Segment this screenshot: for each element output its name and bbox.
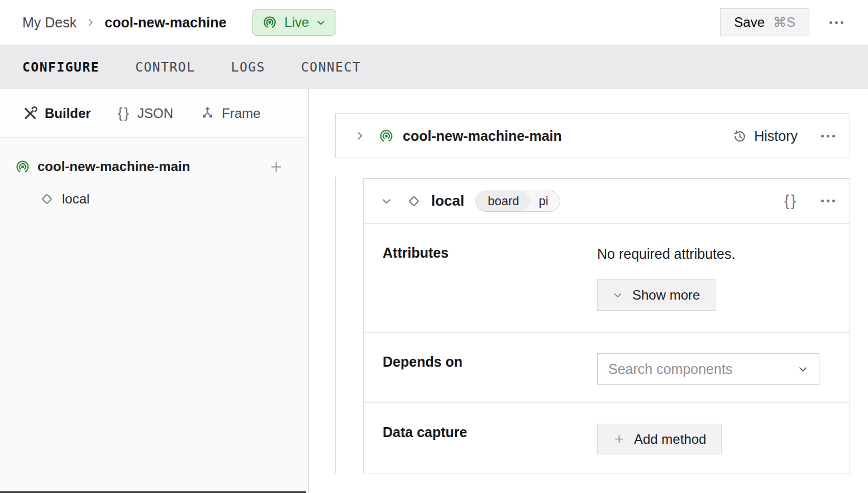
braces-icon: {} — [118, 105, 131, 122]
chevron-down-icon — [613, 290, 623, 300]
tree-item-part[interactable]: cool-new-machine-main — [0, 150, 308, 183]
component-card-local: local board pi {} Attributes No required… — [363, 178, 850, 473]
history-icon — [732, 129, 747, 144]
view-tab-builder-label: Builder — [45, 106, 91, 121]
view-tab-builder[interactable]: Builder — [22, 106, 91, 121]
component-menu-icon[interactable] — [821, 200, 835, 202]
expand-part-chevron-right-icon[interactable] — [354, 130, 365, 141]
attributes-section: Attributes No required attributes. Show … — [364, 224, 850, 332]
view-tab-frame[interactable]: Frame — [200, 106, 260, 121]
show-more-button[interactable]: Show more — [597, 279, 716, 311]
view-tab-json[interactable]: {} JSON — [118, 105, 173, 122]
top-header: My Desk cool-new-machine Live Save ⌘S — [0, 0, 868, 45]
data-capture-label: Data capture — [383, 403, 597, 473]
component-card-header: local board pi {} — [364, 179, 850, 224]
attributes-empty-text: No required attributes. — [597, 246, 850, 262]
header-overflow-menu-icon[interactable] — [829, 21, 843, 24]
breadcrumb: My Desk cool-new-machine — [22, 15, 226, 31]
breadcrumb-current: cool-new-machine — [104, 15, 226, 31]
add-component-icon[interactable] — [269, 159, 284, 174]
tab-logs[interactable]: LOGS — [231, 60, 265, 74]
tree-item-local[interactable]: local — [0, 183, 308, 215]
machine-status-label: Live — [284, 15, 309, 30]
view-tab-frame-label: Frame — [222, 106, 260, 121]
chevron-down-icon — [798, 364, 808, 375]
diamond-icon — [39, 191, 55, 207]
component-name: local — [431, 192, 464, 210]
depends-on-placeholder: Search components — [608, 361, 732, 377]
component-tree: cool-new-machine-main local — [0, 138, 308, 215]
broadcast-icon — [15, 159, 30, 174]
depends-on-label: Depends on — [383, 333, 597, 402]
depends-on-select[interactable]: Search components — [597, 353, 819, 385]
tree-connector-line — [335, 177, 336, 473]
part-card-menu-icon[interactable] — [821, 135, 835, 138]
tab-connect[interactable]: CONNECT — [301, 60, 361, 74]
show-more-label: Show more — [632, 287, 700, 303]
tab-control[interactable]: CONTROL — [135, 60, 195, 74]
data-capture-section: Data capture Add method — [364, 402, 850, 473]
tree-item-local-label: local — [62, 191, 89, 207]
history-button[interactable]: History — [732, 128, 798, 144]
page-body: Builder {} JSON Frame — [0, 89, 868, 493]
machine-nav-tabs: CONFIGURE CONTROL LOGS CONNECT — [0, 45, 868, 89]
component-model: pi — [532, 191, 560, 211]
config-main: cool-new-machine-main History — [309, 89, 868, 493]
tools-icon — [22, 106, 38, 121]
edit-json-icon[interactable]: {} — [784, 192, 798, 210]
depends-on-section: Depends on Search components — [364, 332, 850, 402]
save-button[interactable]: Save ⌘S — [720, 8, 809, 36]
app-window: My Desk cool-new-machine Live Save ⌘S — [0, 0, 868, 493]
tab-configure[interactable]: CONFIGURE — [22, 60, 99, 74]
chevron-down-icon — [316, 18, 326, 27]
chevron-right-icon — [85, 17, 96, 27]
component-type-model-badge: board pi — [475, 191, 560, 212]
config-sidebar: Builder {} JSON Frame — [0, 89, 309, 493]
collapse-chevron-down-icon[interactable] — [381, 196, 392, 207]
config-view-tabs: Builder {} JSON Frame — [0, 89, 308, 138]
tree-item-part-label: cool-new-machine-main — [37, 159, 190, 174]
save-button-label: Save — [734, 15, 765, 30]
attributes-label: Attributes — [383, 224, 597, 332]
plus-icon — [613, 433, 626, 445]
breadcrumb-parent[interactable]: My Desk — [22, 15, 77, 31]
machine-status-dropdown[interactable]: Live — [252, 9, 336, 36]
part-card-title: cool-new-machine-main — [403, 128, 562, 144]
save-shortcut-hint: ⌘S — [773, 15, 795, 30]
axes-icon — [200, 106, 215, 121]
add-method-label: Add method — [634, 432, 706, 447]
diamond-icon — [406, 193, 422, 209]
history-label: History — [754, 128, 798, 144]
broadcast-icon — [263, 15, 277, 30]
add-method-button[interactable]: Add method — [597, 424, 722, 454]
part-card: cool-new-machine-main History — [335, 113, 850, 158]
component-type: board — [476, 191, 531, 211]
broadcast-icon — [379, 129, 394, 144]
view-tab-json-label: JSON — [137, 106, 173, 121]
